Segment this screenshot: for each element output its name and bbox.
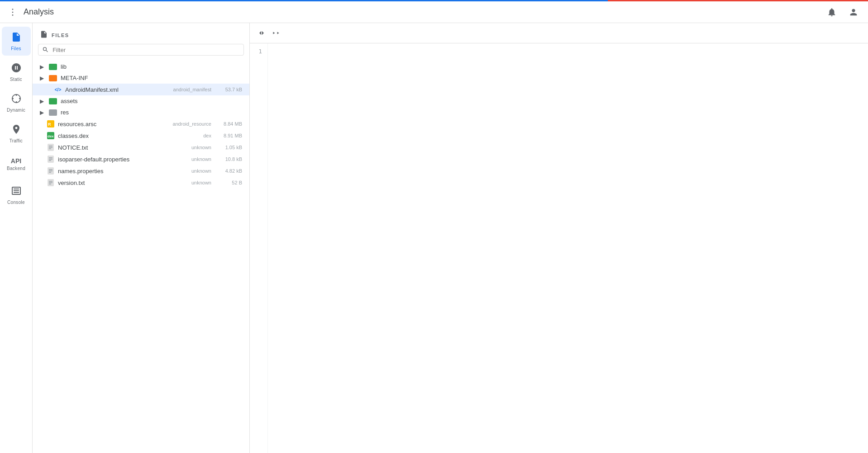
sidebar-item-static[interactable]: Static — [2, 57, 31, 86]
tree-item-version-txt[interactable]: version.txt unknown 52 B — [33, 177, 249, 189]
file-name-android-manifest: AndroidManifest.xml — [65, 86, 173, 93]
folder-name-lib: lib — [61, 63, 242, 70]
doc-file-icon — [47, 144, 54, 151]
backend-icon: API — [11, 158, 21, 164]
editor-content: 1 — [250, 43, 868, 453]
file-type-android-manifest: android_manifest — [173, 87, 211, 92]
folder-icon — [49, 109, 57, 116]
file-type-dex: dex — [203, 133, 211, 138]
chevron-right-icon: ▶ — [40, 109, 47, 116]
dynamic-icon — [11, 93, 22, 106]
static-icon — [11, 62, 22, 75]
expand-right-button[interactable] — [270, 27, 282, 39]
svg-point-0 — [12, 9, 14, 10]
file-size-isoparser: 10.8 kB — [215, 156, 242, 162]
tree-item-meta-inf[interactable]: ▶ META-INF — [33, 72, 249, 84]
tree-item-assets[interactable]: ▶ assets — [33, 95, 249, 107]
line-numbers: 1 — [250, 43, 268, 453]
file-meta-version-txt: unknown 52 B — [191, 180, 242, 185]
file-size-resources: 8.84 MB — [215, 121, 242, 127]
files-panel: FILES ▶ lib ▶ META-INF </ — [33, 23, 250, 453]
progress-bar — [0, 0, 868, 1]
version-file-icon — [47, 179, 54, 186]
file-name-resources-arsc: resources.arsc — [58, 121, 172, 127]
file-name-isoparser: isoparser-default.properties — [58, 156, 191, 163]
files-search-box[interactable] — [38, 44, 244, 56]
chevron-right-icon: ▶ — [40, 98, 47, 104]
files-panel-icon — [40, 30, 48, 40]
file-name-version-txt: version.txt — [58, 179, 191, 186]
svg-point-2 — [12, 14, 14, 16]
file-name-notice-txt: NOTICE.txt — [58, 144, 191, 151]
file-meta-android-manifest: android_manifest 53.7 kB — [173, 87, 242, 92]
console-icon — [11, 185, 22, 198]
file-type-version: unknown — [191, 180, 211, 185]
file-meta-isoparser: unknown 10.8 kB — [191, 156, 242, 162]
search-icon — [42, 46, 49, 53]
file-meta-names-properties: unknown 4.82 kB — [191, 168, 242, 174]
files-nav-label: Files — [11, 46, 21, 51]
topbar-actions — [825, 5, 861, 19]
traffic-nav-label: Traffic — [10, 138, 23, 143]
files-icon — [11, 32, 22, 44]
editor-toolbar — [250, 23, 868, 43]
user-account-icon[interactable] — [846, 5, 861, 19]
folder-name-res: res — [61, 109, 242, 116]
folder-icon — [49, 98, 57, 104]
collapse-left-button[interactable] — [255, 27, 268, 39]
topbar: Analysis — [0, 1, 868, 23]
notification-bell-icon[interactable] — [825, 5, 839, 19]
backend-nav-label: Backend — [7, 166, 25, 171]
folder-name-assets: assets — [61, 98, 242, 104]
files-panel-title: FILES — [52, 33, 69, 38]
file-size-notice: 1.05 kB — [215, 145, 242, 150]
sidebar-item-dynamic[interactable]: Dynamic — [2, 88, 31, 117]
static-nav-label: Static — [10, 77, 22, 82]
editor-area: 1 — [250, 23, 868, 453]
file-meta-notice-txt: unknown 1.05 kB — [191, 145, 242, 150]
tree-item-lib[interactable]: ▶ lib — [33, 61, 249, 72]
dynamic-nav-label: Dynamic — [7, 108, 25, 113]
dex-file-icon: dex — [47, 132, 54, 139]
tree-item-isoparser[interactable]: isoparser-default.properties unknown 10.… — [33, 153, 249, 165]
props-file-icon — [47, 156, 54, 163]
tree-item-classes-dex[interactable]: dex classes.dex dex 8.91 MB — [33, 130, 249, 142]
file-size-dex: 8.91 MB — [215, 133, 242, 138]
tree-item-resources-arsc[interactable]: R resources.arsc android_resource 8.84 M… — [33, 118, 249, 130]
file-type-isoparser: unknown — [191, 156, 211, 162]
names-props-file-icon — [47, 167, 54, 175]
file-type-notice: unknown — [191, 145, 211, 150]
file-size-version: 52 B — [215, 180, 242, 185]
chevron-right-icon: ▶ — [40, 64, 47, 70]
sidebar-item-console[interactable]: Console — [2, 180, 31, 209]
sidebar-item-traffic[interactable]: Traffic — [2, 119, 31, 148]
file-type-resources: android_resource — [172, 121, 211, 127]
svg-point-1 — [12, 11, 14, 13]
svg-text:dex: dex — [48, 134, 54, 138]
svg-text:R: R — [48, 122, 51, 127]
tree-item-names-properties[interactable]: names.properties unknown 4.82 kB — [33, 165, 249, 177]
line-number-1: 1 — [255, 47, 262, 57]
file-meta-resources-arsc: android_resource 8.84 MB — [172, 121, 242, 127]
file-size-names: 4.82 kB — [215, 168, 242, 174]
tree-item-notice-txt[interactable]: NOTICE.txt unknown 1.05 kB — [33, 142, 249, 153]
menu-icon[interactable] — [5, 5, 20, 19]
file-name-names-properties: names.properties — [58, 168, 191, 175]
sidebar-item-backend[interactable]: API Backend — [2, 150, 31, 179]
folder-icon — [49, 64, 57, 70]
main-area: Files Static Dynamic — [0, 23, 868, 453]
xml-file-icon: </> — [54, 86, 62, 93]
file-name-classes-dex: classes.dex — [58, 132, 203, 139]
file-tree: ▶ lib ▶ META-INF </> AndroidManifest.xml… — [33, 59, 249, 453]
resource-file-icon: R — [47, 120, 54, 127]
file-type-names: unknown — [191, 168, 211, 174]
tree-item-res[interactable]: ▶ res — [33, 107, 249, 118]
console-nav-label: Console — [7, 200, 25, 205]
folder-name-meta-inf: META-INF — [61, 75, 242, 81]
folder-icon — [49, 75, 57, 81]
code-content[interactable] — [268, 43, 868, 453]
traffic-icon — [11, 124, 22, 137]
tree-item-android-manifest[interactable]: </> AndroidManifest.xml android_manifest… — [33, 84, 249, 95]
sidebar-item-files[interactable]: Files — [2, 27, 31, 56]
filter-input[interactable] — [52, 47, 240, 53]
